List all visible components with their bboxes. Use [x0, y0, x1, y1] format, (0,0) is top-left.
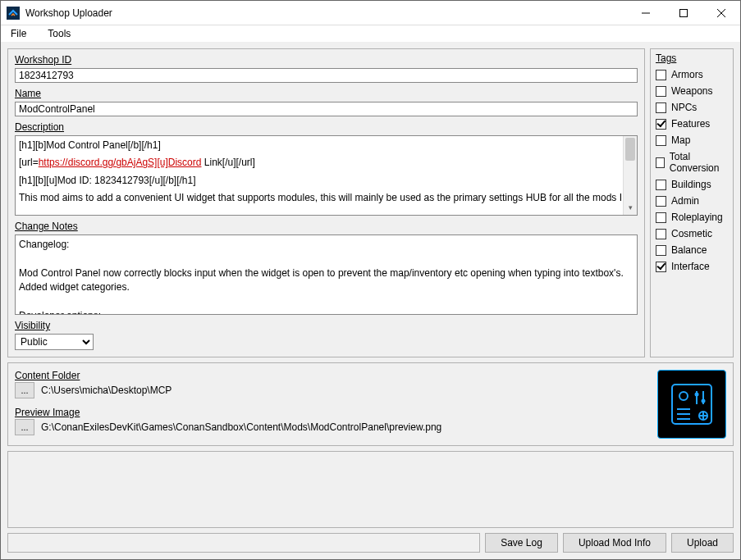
upload-button[interactable]: Upload [671, 533, 734, 553]
tag-label: NPCs [671, 102, 697, 113]
tag-label: Total Conversion [670, 151, 728, 174]
tags-panel: Tags Armors Weapons NPCs Features Map To… [650, 48, 734, 357]
content-folder-path: C:\Users\micha\Desktop\MCP [41, 385, 172, 396]
scrollbar-thumb[interactable] [625, 138, 635, 161]
tag-label: Cosmetic [671, 228, 712, 239]
discord-link[interactable]: https://discord.gg/gbAjAgS][u]Discord [39, 157, 202, 168]
tag-row[interactable]: Admin [656, 195, 728, 207]
svg-point-5 [679, 392, 688, 400]
tag-row[interactable]: NPCs [656, 102, 728, 113]
desc-line: [h1][b]Mod Control Panel[/b][/h1] [19, 139, 622, 153]
checkbox[interactable] [656, 180, 666, 190]
preview-image-browse-button[interactable]: ... [15, 419, 34, 435]
client-area: Workshop ID Name Description [h1][b]Mod … [1, 42, 740, 559]
tag-row[interactable]: Weapons [656, 85, 728, 97]
name-label: Name [15, 88, 638, 99]
content-folder-label: Content Folder [15, 370, 651, 381]
checkbox[interactable] [656, 245, 666, 256]
desc-line: [h1][b][u]Mod ID: 1823412793[/u][/b][/h1… [19, 174, 622, 188]
menu-tools[interactable]: Tools [44, 26, 74, 41]
paths-panel: Content Folder ... C:\Users\micha\Deskto… [7, 362, 734, 446]
tag-label: Interface [671, 261, 710, 272]
tag-row[interactable]: Cosmetic [656, 228, 728, 239]
checkbox[interactable] [656, 262, 666, 272]
svg-rect-4 [672, 385, 711, 424]
save-log-button[interactable]: Save Log [485, 533, 558, 553]
menu-file[interactable]: File [7, 26, 30, 41]
workshop-id-input[interactable] [15, 68, 638, 83]
change-notes-label: Change Notes [15, 221, 638, 232]
app-window: Workshop Uploader File Tools Workshop ID… [0, 0, 741, 560]
preview-image-path: G:\ConanExilesDevKit\Games\ConanSandbox\… [41, 421, 441, 433]
main-panel: Workshop ID Name Description [h1][b]Mod … [7, 48, 645, 357]
checkbox[interactable] [656, 212, 666, 223]
scroll-down-icon[interactable]: ▾ [624, 201, 637, 215]
paths-left: Content Folder ... C:\Users\micha\Deskto… [15, 370, 651, 439]
name-input[interactable] [15, 102, 638, 116]
button-row: Save Log Upload Mod Info Upload [7, 533, 734, 553]
visibility-label: Visibility [15, 320, 638, 331]
tag-row[interactable]: Features [656, 118, 728, 130]
checkbox[interactable] [656, 86, 666, 97]
checkbox[interactable] [656, 157, 665, 168]
description-scrollbar[interactable]: ▾ [623, 136, 637, 215]
visibility-select[interactable]: Public [15, 334, 94, 350]
preview-thumbnail [657, 370, 726, 439]
description-textarea[interactable]: [h1][b]Mod Control Panel[/b][/h1] [url=h… [15, 135, 638, 216]
maximize-button[interactable] [665, 1, 702, 25]
svg-point-9 [702, 399, 706, 403]
workshop-id-label: Workshop ID [15, 54, 638, 66]
checkbox[interactable] [656, 119, 666, 130]
change-notes-textarea[interactable]: Changelog: Mod Control Panel now correct… [15, 234, 638, 315]
tag-label: Armors [671, 69, 703, 80]
app-icon [7, 7, 20, 20]
description-label: Description [15, 121, 638, 133]
tag-row[interactable]: Balance [656, 244, 728, 256]
upload-mod-info-button[interactable]: Upload Mod Info [563, 533, 666, 553]
tag-label: Buildings [671, 179, 711, 190]
tag-row[interactable]: Buildings [656, 179, 728, 190]
tag-label: Admin [671, 195, 699, 207]
tag-label: Map [671, 134, 690, 146]
tag-row[interactable]: Roleplaying [656, 212, 728, 223]
close-button[interactable] [702, 1, 740, 25]
svg-rect-1 [680, 9, 688, 16]
status-bar [7, 533, 480, 553]
checkbox[interactable] [656, 196, 666, 207]
tag-row[interactable]: Interface [656, 261, 728, 272]
tag-label: Balance [671, 244, 707, 256]
checkbox[interactable] [656, 135, 666, 146]
log-panel [7, 451, 734, 528]
desc-line: This mod aims to add a convenient UI wid… [19, 191, 622, 205]
checkbox[interactable] [656, 229, 666, 239]
content-folder-browse-button[interactable]: ... [15, 382, 34, 398]
tag-row[interactable]: Map [656, 134, 728, 146]
tag-label: Weapons [671, 85, 712, 97]
checkbox[interactable] [656, 70, 666, 80]
tags-label: Tags [656, 52, 728, 64]
window-title: Workshop Uploader [25, 7, 112, 19]
top-row: Workshop ID Name Description [h1][b]Mod … [7, 48, 734, 357]
minimize-button[interactable] [627, 1, 665, 25]
menubar: File Tools [1, 25, 740, 42]
desc-line: [url=https://discord.gg/gbAjAgS][u]Disco… [19, 156, 622, 170]
checkbox[interactable] [656, 102, 666, 113]
svg-point-8 [695, 393, 699, 397]
tag-row[interactable]: Total Conversion [656, 151, 728, 174]
titlebar: Workshop Uploader [1, 1, 740, 25]
tag-label: Features [671, 118, 710, 130]
tag-row[interactable]: Armors [656, 69, 728, 80]
tag-label: Roleplaying [671, 212, 723, 223]
preview-image-label: Preview Image [15, 407, 651, 418]
